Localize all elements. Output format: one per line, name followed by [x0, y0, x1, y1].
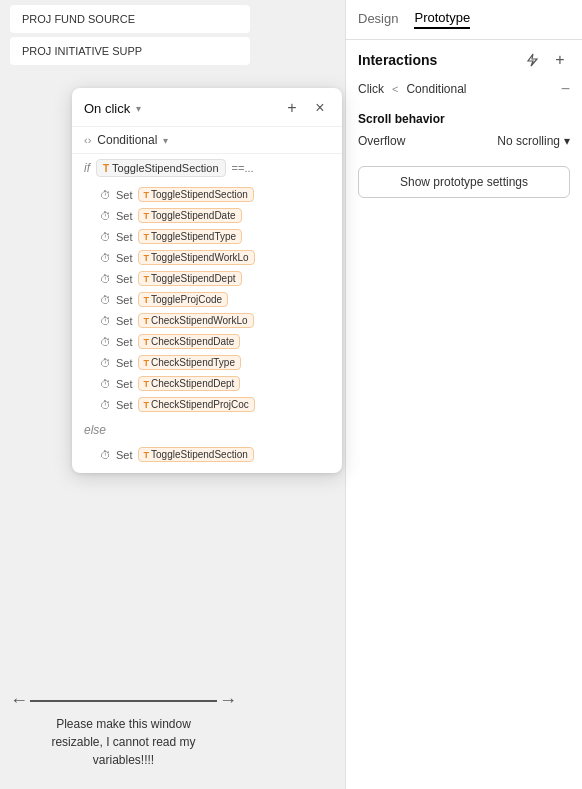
set-row: ⏱ Set T CheckStipendDate [72, 331, 342, 352]
set-row: ⏱ Set T ToggleStipendDate [72, 205, 342, 226]
set-action-label: Set [116, 294, 133, 306]
var-type-icon: T [144, 295, 150, 305]
clock-icon: ⏱ [100, 273, 111, 285]
conditional-icon: ‹› [84, 134, 91, 146]
var-chip[interactable]: T ToggleProjCode [138, 292, 229, 307]
if-condition-row: if T ToggleStipendSection ==... [72, 154, 342, 182]
var-type-icon: T [144, 274, 150, 284]
var-name: CheckStipendProjCoc [151, 399, 249, 410]
clock-icon: ⏱ [100, 210, 111, 222]
interactions-header: Interactions + [346, 40, 582, 76]
tab-design[interactable]: Design [358, 11, 398, 28]
var-type-icon: T [144, 379, 150, 389]
panel-title[interactable]: On click [84, 101, 130, 116]
var-type-icon: T [144, 450, 150, 460]
interactions-title: Interactions [358, 52, 437, 68]
condition-op: ==... [232, 162, 254, 174]
lightning-icon[interactable] [522, 50, 542, 70]
var-chip[interactable]: T CheckStipendProjCoc [138, 397, 255, 412]
var-chip[interactable]: T ToggleStipendType [138, 229, 243, 244]
var-name: ToggleStipendDept [151, 273, 236, 284]
set-action-label: Set [116, 231, 133, 243]
else-set-rows: ⏱ Set T ToggleStipendSection [72, 442, 342, 473]
set-row: ⏱ Set T ToggleStipendDept [72, 268, 342, 289]
add-interaction-icon[interactable]: + [550, 50, 570, 70]
set-row: ⏱ Set T CheckStipendWorkLo [72, 310, 342, 331]
var-name: CheckStipendWorkLo [151, 315, 248, 326]
conditional-chevron-icon: ▾ [163, 135, 168, 146]
else-set-row: ⏱ Set T ToggleStipendSection [72, 444, 342, 465]
scroll-behavior-section: Scroll behavior Overflow No scrolling ▾ [346, 102, 582, 154]
var-type-icon: T [144, 253, 150, 263]
interactions-icons: + [522, 50, 570, 70]
if-set-rows: ⏱ Set T ToggleStipendSection ⏱ Set T Tog… [72, 182, 342, 417]
remove-interaction-button[interactable]: − [561, 80, 570, 98]
panel-title-row: On click ▾ [84, 101, 141, 116]
resize-hint-text: Please make this windowresizable, I cann… [51, 715, 195, 769]
var-chip[interactable]: T ToggleStipendSection [138, 187, 254, 202]
var-name: ToggleProjCode [151, 294, 222, 305]
set-action-label: Set [116, 449, 133, 461]
var-type-icon: T [144, 316, 150, 326]
set-action-label: Set [116, 189, 133, 201]
right-panel: Design Prototype Interactions + Click < … [345, 0, 582, 789]
clock-icon: ⏱ [100, 449, 111, 461]
var-chip[interactable]: T CheckStipendWorkLo [138, 313, 254, 328]
proj-fund-source-card: PROJ FUND SOURCE [10, 5, 250, 33]
conditional-label[interactable]: Conditional [97, 133, 157, 147]
var-type-icon: T [144, 337, 150, 347]
clock-icon: ⏱ [100, 315, 111, 327]
left-arrow-icon: ← [10, 690, 28, 711]
proj-initiative-supp-card: PROJ INITIATIVE SUPP [10, 37, 250, 65]
interaction-row: Click < Conditional − [346, 76, 582, 102]
clock-icon: ⏱ [100, 252, 111, 264]
var-type-icon: T [144, 190, 150, 200]
var-chip[interactable]: T ToggleStipendSection [138, 447, 254, 462]
tab-prototype[interactable]: Prototype [414, 10, 470, 29]
var-chip[interactable]: T CheckStipendDate [138, 334, 241, 349]
set-row: ⏱ Set T ToggleStipendType [72, 226, 342, 247]
add-condition-button[interactable]: + [282, 98, 302, 118]
var-chip[interactable]: T ToggleStipendDept [138, 271, 242, 286]
var-type-icon: T [144, 400, 150, 410]
set-row: ⏱ Set T CheckStipendProjCoc [72, 394, 342, 415]
overflow-value: No scrolling [497, 134, 560, 148]
clock-icon: ⏱ [100, 294, 111, 306]
set-action-label: Set [116, 252, 133, 264]
interaction-trigger[interactable]: Click [358, 82, 384, 96]
clock-icon: ⏱ [100, 231, 111, 243]
var-chip[interactable]: T CheckStipendType [138, 355, 241, 370]
else-row: else [72, 417, 342, 442]
overflow-dropdown[interactable]: No scrolling ▾ [497, 134, 570, 148]
clock-icon: ⏱ [100, 189, 111, 201]
overflow-chevron-icon: ▾ [564, 134, 570, 148]
var-name: CheckStipendType [151, 357, 235, 368]
clock-icon: ⏱ [100, 399, 111, 411]
if-label: if [84, 161, 90, 175]
clock-icon: ⏱ [100, 357, 111, 369]
set-row: ⏱ Set T CheckStipendType [72, 352, 342, 373]
var-name: CheckStipendDate [151, 336, 234, 347]
interaction-type[interactable]: Conditional [406, 82, 466, 96]
panel-header-icons: + × [282, 98, 330, 118]
panel-tabs: Design Prototype [346, 0, 582, 40]
var-name: CheckStipendDept [151, 378, 234, 389]
var-type-icon: T [144, 211, 150, 221]
set-action-label: Set [116, 210, 133, 222]
overflow-label: Overflow [358, 134, 405, 148]
panel-title-chevron-icon: ▾ [136, 103, 141, 114]
var-chip[interactable]: T ToggleStipendWorkLo [138, 250, 255, 265]
close-panel-button[interactable]: × [310, 98, 330, 118]
clock-icon: ⏱ [100, 336, 111, 348]
set-action-label: Set [116, 315, 133, 327]
var-name: ToggleStipendSection [151, 189, 248, 200]
resize-hint: ← → Please make this windowresizable, I … [10, 690, 237, 769]
set-row: ⏱ Set T ToggleStipendWorkLo [72, 247, 342, 268]
set-action-label: Set [116, 399, 133, 411]
conditional-label-row: ‹› Conditional ▾ [72, 127, 342, 154]
show-prototype-settings-button[interactable]: Show prototype settings [358, 166, 570, 198]
var-chip[interactable]: T ToggleStipendDate [138, 208, 242, 223]
var-chip[interactable]: T CheckStipendDept [138, 376, 241, 391]
condition-var-chip[interactable]: T ToggleStipendSection [96, 159, 226, 177]
set-action-label: Set [116, 378, 133, 390]
